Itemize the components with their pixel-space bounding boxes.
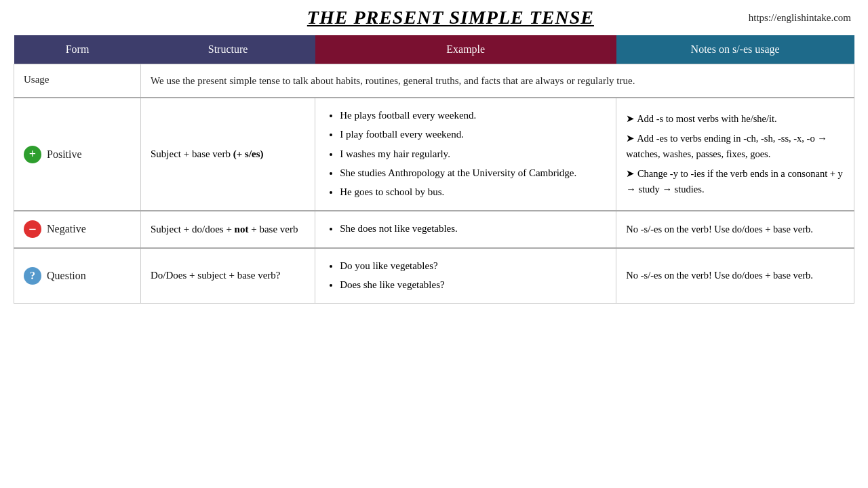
question-notes-text: No -s/-es on the verb! Use do/does + bas… <box>626 268 844 283</box>
list-item: He goes to school by bus. <box>340 183 606 201</box>
negative-form-cell: − Negative <box>14 211 141 247</box>
negative-structure-plain: Subject + do/does + <box>151 224 235 235</box>
question-icon: ? <box>24 267 41 285</box>
question-label: Question <box>47 270 86 282</box>
question-examples-list: Do you like vegetables? Does she like ve… <box>325 257 606 294</box>
grammar-table: Form Structure Example Notes on s/-es us… <box>14 35 854 304</box>
list-item: I play football every weekend. <box>340 125 606 143</box>
positive-note-3: ➤ Change -y to -ies if the verb ends in … <box>626 166 844 197</box>
positive-structure-plain: Subject + base verb <box>151 148 233 159</box>
positive-icon: + <box>24 146 41 163</box>
list-item: I washes my hair regularly. <box>340 145 606 163</box>
col-example: Example <box>315 35 616 64</box>
usage-text: We use the present simple tense to talk … <box>141 64 854 98</box>
negative-icon: − <box>24 220 41 238</box>
col-structure: Structure <box>141 35 315 64</box>
positive-examples-cell: He plays football every weekend. I play … <box>315 98 616 211</box>
question-notes-cell: No -s/-es on the verb! Use do/does + bas… <box>616 248 854 304</box>
question-structure-cell: Do/Does + subject + base verb? <box>141 248 315 304</box>
list-item: He plays football every weekend. <box>340 106 606 124</box>
negative-notes-text: No -s/-es on the verb! Use do/does + bas… <box>626 222 844 237</box>
positive-notes-cell: ➤ Add -s to most verbs with he/she/it. ➤… <box>616 98 854 211</box>
page-title: THE PRESENT SIMPLE TENSE <box>153 7 749 28</box>
row-positive: + Positive Subject + base verb (+ s/es) … <box>14 98 854 211</box>
question-form-cell: ? Question <box>14 248 141 304</box>
negative-examples-cell: She does not like vegetables. <box>315 211 616 247</box>
negative-examples-list: She does not like vegetables. <box>325 220 606 237</box>
usage-label: Usage <box>14 64 141 98</box>
page-header: THE PRESENT SIMPLE TENSE https://english… <box>14 7 854 28</box>
positive-label: Positive <box>47 148 82 161</box>
list-item: Do you like vegetables? <box>340 257 606 274</box>
negative-label: Negative <box>47 223 86 235</box>
positive-note-1: ➤ Add -s to most verbs with he/she/it. <box>626 111 844 127</box>
list-item: She does not like vegetables. <box>340 220 606 237</box>
positive-structure-bold: (+ s/es) <box>233 148 264 159</box>
negative-structure-bold: not <box>235 224 249 235</box>
col-notes: Notes on s/-es usage <box>616 35 854 64</box>
positive-structure-cell: Subject + base verb (+ s/es) <box>141 98 315 211</box>
negative-structure-cell: Subject + do/does + not + base verb <box>141 211 315 247</box>
positive-examples-list: He plays football every weekend. I play … <box>325 106 606 201</box>
positive-form-cell: + Positive <box>14 98 141 211</box>
question-examples-cell: Do you like vegetables? Does she like ve… <box>315 248 616 304</box>
col-form: Form <box>14 35 141 64</box>
positive-note-2: ➤ Add -es to verbs ending in -ch, -sh, -… <box>626 131 844 162</box>
list-item: Does she like vegetables? <box>340 276 606 293</box>
row-usage: Usage We use the present simple tense to… <box>14 64 854 98</box>
row-question: ? Question Do/Does + subject + base verb… <box>14 248 854 304</box>
negative-structure-end: + base verb <box>248 224 298 235</box>
row-negative: − Negative Subject + do/does + not + bas… <box>14 211 854 247</box>
website-url: https://englishintake.com <box>749 12 851 24</box>
negative-notes-cell: No -s/-es on the verb! Use do/does + bas… <box>616 211 854 247</box>
list-item: She studies Anthropology at the Universi… <box>340 164 606 182</box>
